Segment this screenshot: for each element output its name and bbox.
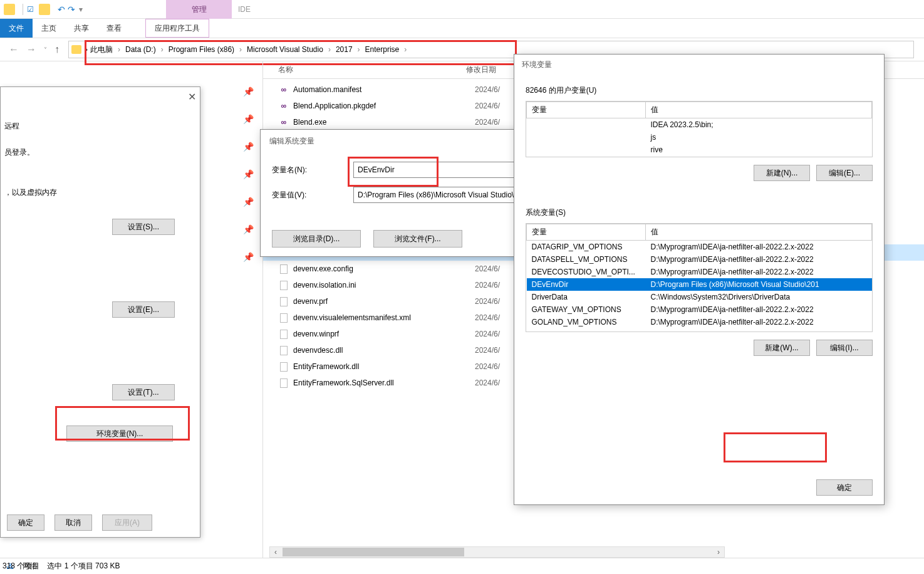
scroll-left-icon[interactable]: ‹ <box>270 548 281 556</box>
tab-home[interactable]: 主页 <box>33 19 65 38</box>
column-name[interactable]: 名称 <box>278 65 466 75</box>
checkbox-icon[interactable]: ☑ <box>27 5 34 14</box>
table-row[interactable]: js <box>527 131 872 144</box>
var-name-cell: DriverData <box>527 291 646 303</box>
status-bar: 🖧 网络 <box>0 558 924 574</box>
forward-icon[interactable]: → <box>23 44 40 55</box>
ok-button[interactable]: 确定 <box>816 479 873 496</box>
breadcrumb-segment[interactable]: Enterprise <box>363 45 402 54</box>
column-modified[interactable]: 修改日期 <box>466 65 496 75</box>
item-count: 318 个项目 <box>3 561 39 571</box>
breadcrumb-segment[interactable]: 此电脑 <box>88 44 115 55</box>
file-name: devenv.isolation.ini <box>293 281 475 290</box>
table-row[interactable]: IDEA 2023.2.5\bin; <box>527 118 872 132</box>
var-value-cell: rive <box>646 144 872 156</box>
file-type-icon: ∞ <box>278 117 289 128</box>
undo-icon[interactable]: ↶ <box>58 4 65 14</box>
var-value-cell: D:\Myprogram\IDEA\ja-netfilter-all-2022.… <box>646 316 872 328</box>
file-name: EntityFramework.dll <box>293 362 475 371</box>
new-button[interactable]: 新建(N)... <box>754 165 810 181</box>
file-type-icon <box>278 377 289 389</box>
settings-e-button[interactable]: 设置(E)... <box>112 301 175 318</box>
user-vars-label: 82646 的用户变量(U) <box>526 85 873 96</box>
file-name: devenv.exe.config <box>293 264 475 273</box>
col-variable[interactable]: 变量 <box>527 102 646 118</box>
pin-icon[interactable]: 📌 <box>243 114 254 124</box>
var-value-cell: IDEA 2023.2.5\bin; <box>646 118 872 132</box>
table-row[interactable]: rive <box>527 144 872 156</box>
table-row[interactable]: GATEWAY_VM_OPTIONSD:\Myprogram\IDEA\ja-n… <box>527 303 872 316</box>
file-date: 2024/6/ <box>475 102 500 110</box>
ok-button[interactable]: 确定 <box>7 514 44 531</box>
tab-view[interactable]: 查看 <box>98 19 130 38</box>
chevron-right-icon[interactable]: › <box>239 45 242 54</box>
back-icon[interactable]: ← <box>5 44 23 55</box>
breadcrumb-segment[interactable]: 2017 <box>333 45 355 54</box>
var-name-cell: GATEWAY_VM_OPTIONS <box>527 303 646 316</box>
tab-app-tools[interactable]: 应用程序工具 <box>145 19 209 38</box>
file-name: devenv.visualelementsmanifest.xml <box>293 313 475 322</box>
up-icon[interactable]: ↑ <box>51 44 63 55</box>
table-row[interactable]: DATASPELL_VM_OPTIONSD:\Myprogram\IDEA\ja… <box>527 253 872 266</box>
var-value-label: 变量值(V): <box>272 190 353 201</box>
var-value-cell: D:\Myprogram\IDEA\ja-netfilter-all-2022.… <box>646 241 872 254</box>
close-icon[interactable]: ✕ <box>188 91 196 103</box>
chevron-right-icon[interactable]: › <box>328 45 331 54</box>
table-row[interactable]: GOLAND_VM_OPTIONSD:\Myprogram\IDEA\ja-ne… <box>527 316 872 328</box>
table-row[interactable]: DriverDataC:\Windows\System32\Drivers\Dr… <box>527 291 872 303</box>
dialog-title: 环境变量 <box>514 55 884 75</box>
pin-icon[interactable]: 📌 <box>243 169 254 179</box>
file-type-icon <box>278 279 289 291</box>
pin-icon[interactable]: 📌 <box>243 224 254 234</box>
file-date: 2024/6/ <box>475 362 500 371</box>
sys-vars-table[interactable]: 变量 值 DATAGRIP_VM_OPTIONSD:\Myprogram\IDE… <box>526 223 873 332</box>
edit-button[interactable]: 编辑(E)... <box>816 165 873 181</box>
text-fragment: ，以及虚拟内存 <box>4 187 57 198</box>
file-name: Automation.manifest <box>293 85 475 94</box>
chevron-right-icon[interactable]: › <box>358 45 360 54</box>
file-date: 2024/6/ <box>475 264 500 273</box>
file-name: EntityFramework.SqlServer.dll <box>293 378 475 387</box>
redo-icon[interactable]: ↷ <box>68 4 75 14</box>
chevron-right-icon[interactable]: › <box>161 45 164 54</box>
scroll-right-icon[interactable]: › <box>713 548 724 556</box>
environment-variables-dialog: 环境变量 82646 的用户变量(U) 变量 值 IDEA 2023.2.5\b… <box>514 54 885 505</box>
col-variable[interactable]: 变量 <box>527 224 646 241</box>
file-date: 2024/6/ <box>475 313 500 322</box>
tab-share[interactable]: 共享 <box>65 19 98 38</box>
cancel-button[interactable]: 取消 <box>55 514 92 531</box>
table-row[interactable]: DATAGRIP_VM_OPTIONSD:\Myprogram\IDEA\ja-… <box>527 241 872 254</box>
breadcrumb-segment[interactable]: Microsoft Visual Studio <box>244 45 326 54</box>
user-vars-table[interactable]: 变量 值 IDEA 2023.2.5\bin;jsrive <box>526 101 873 157</box>
browse-file-button[interactable]: 浏览文件(F)... <box>373 230 462 248</box>
edit-button[interactable]: 编辑(I)... <box>816 340 873 356</box>
settings-t-button[interactable]: 设置(T)... <box>112 384 175 400</box>
scrollbar-thumb[interactable] <box>283 548 464 556</box>
file-date: 2024/6/ <box>475 85 500 94</box>
pin-icon[interactable]: 📌 <box>243 142 254 152</box>
col-value[interactable]: 值 <box>646 224 872 241</box>
col-value[interactable]: 值 <box>646 102 872 118</box>
breadcrumb-segment[interactable]: Program Files (x86) <box>166 45 237 54</box>
context-tab-header: 管理 <box>166 0 232 19</box>
horizontal-scrollbar[interactable]: ‹ › <box>269 546 725 558</box>
chevron-right-icon[interactable]: › <box>404 45 407 54</box>
dropdown-icon[interactable]: ▾ <box>79 5 83 14</box>
recent-dropdown-icon[interactable]: ˅ <box>40 46 51 53</box>
table-row[interactable]: DEvEnvDirD:\Program Files (x86)\Microsof… <box>527 278 872 291</box>
pin-icon[interactable]: 📌 <box>243 86 254 97</box>
browse-dir-button[interactable]: 浏览目录(D)... <box>272 230 361 248</box>
breadcrumb-segment[interactable]: Data (D:) <box>123 45 158 54</box>
var-name-cell: DEVECOSTUDIO_VM_OPTI... <box>527 266 646 278</box>
chevron-right-icon[interactable]: › <box>118 45 120 54</box>
pin-icon[interactable]: 📌 <box>243 252 254 262</box>
var-value-cell: D:\Myprogram\IDEA\ja-netfilter-all-2022.… <box>646 253 872 266</box>
apply-button[interactable]: 应用(A) <box>102 514 152 531</box>
pin-icon[interactable]: 📌 <box>243 197 254 207</box>
settings-s-button[interactable]: 设置(S)... <box>112 219 175 235</box>
left-area: 📌 📌 📌 📌 📌 📌 📌 ✕ 远程 员登录。 ，以及虚拟内存 设置(S)...… <box>0 61 263 558</box>
env-vars-button[interactable]: 环境变量(N)... <box>66 425 173 442</box>
new-button[interactable]: 新建(W)... <box>754 340 810 356</box>
tab-file[interactable]: 文件 <box>0 19 33 38</box>
table-row[interactable]: DEVECOSTUDIO_VM_OPTI...D:\Myprogram\IDEA… <box>527 266 872 278</box>
